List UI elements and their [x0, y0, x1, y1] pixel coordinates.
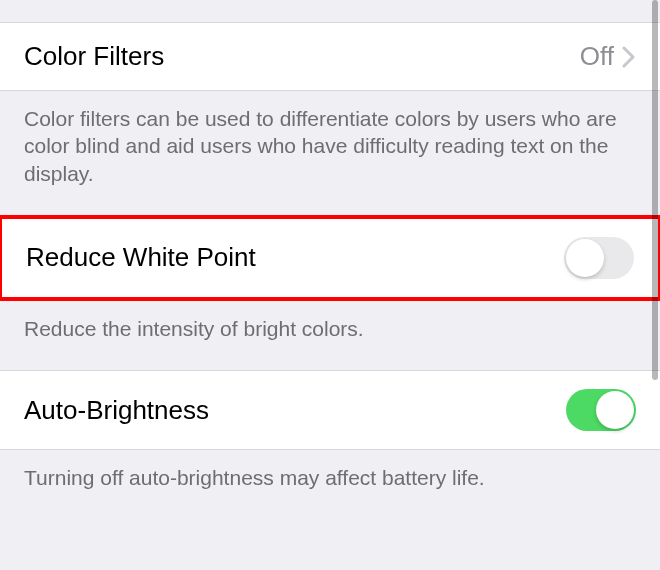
reduce-white-point-toggle[interactable] [564, 237, 634, 279]
settings-list: Color Filters Off Color filters can be u… [0, 0, 660, 519]
color-filters-footer: Color filters can be used to differentia… [0, 91, 660, 215]
auto-brightness-toggle[interactable] [566, 389, 636, 431]
toggle-knob [596, 391, 634, 429]
color-filters-label: Color Filters [24, 41, 164, 72]
auto-brightness-row[interactable]: Auto-Brightness [0, 370, 660, 450]
auto-brightness-footer: Turning off auto-brightness may affect b… [0, 450, 660, 519]
row-value: Off [580, 41, 636, 72]
scrollbar[interactable] [652, 0, 658, 380]
toggle-knob [566, 239, 604, 277]
reduce-white-point-footer: Reduce the intensity of bright colors. [0, 301, 660, 370]
chevron-right-icon [622, 46, 636, 68]
color-filters-value: Off [580, 41, 614, 72]
color-filters-row[interactable]: Color Filters Off [0, 22, 660, 91]
reduce-white-point-row[interactable]: Reduce White Point [2, 219, 658, 297]
auto-brightness-label: Auto-Brightness [24, 395, 209, 426]
highlight-annotation: Reduce White Point [0, 215, 660, 301]
reduce-white-point-label: Reduce White Point [26, 242, 256, 273]
